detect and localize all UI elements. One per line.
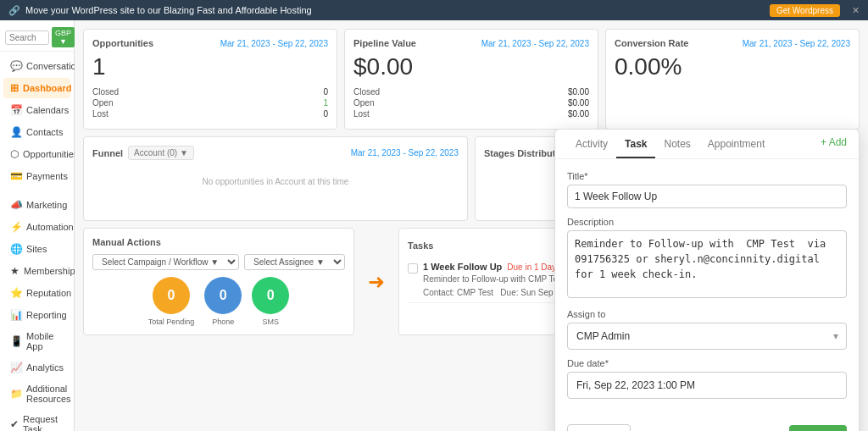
sidebar-label-reputation: Reputation — [26, 288, 71, 298]
opp-closed-label: Closed — [92, 87, 119, 97]
pipeline-date: Mar 21, 2023 - Sep 22, 2023 — [481, 39, 589, 48]
funnel-date: Mar 21, 2023 - Sep 22, 2023 — [351, 148, 459, 157]
funnel-card: Funnel Account (0) ▼ Mar 21, 2023 - Sep … — [83, 136, 468, 221]
tab-appointment[interactable]: Appointment — [699, 130, 773, 158]
sidebar-item-payments[interactable]: 💳 Payments — [3, 166, 70, 186]
description-textarea[interactable]: Reminder to Follow-up with CMP Test via … — [567, 230, 847, 298]
opportunities-icon: ⬡ — [10, 148, 19, 160]
manual-actions-card: Manual Actions Select Campaign / Workflo… — [83, 228, 354, 335]
pipeline-value: $0.00 — [353, 53, 589, 80]
conversion-value: 0.00% — [615, 53, 850, 80]
funnel-account-dropdown[interactable]: Account (0) ▼ — [128, 146, 194, 160]
sidebar-label-additional-resources: Additional Resources — [26, 384, 71, 404]
conversion-date: Mar 21, 2023 - Sep 22, 2023 — [743, 39, 850, 48]
sidebar-item-memberships[interactable]: ★ Memberships — [3, 261, 70, 281]
payments-icon: 💳 — [10, 170, 22, 182]
notification-message: Move your WordPress site to our Blazing … — [25, 5, 312, 15]
conversations-icon: 💬 — [10, 60, 22, 72]
sidebar-item-conversations[interactable]: 💬 Conversations — [3, 56, 70, 76]
close-notification-icon[interactable]: ✕ — [852, 5, 860, 16]
assign-to-select[interactable]: CMP Admin — [567, 323, 847, 350]
task-checkbox[interactable] — [408, 263, 418, 274]
opportunities-title: Opportunities — [92, 38, 153, 48]
task-title: 1 Week Follow Up — [423, 262, 502, 272]
save-button[interactable]: Save — [789, 425, 847, 431]
sidebar-item-dashboard[interactable]: ⊞ Dashboard — [3, 78, 70, 98]
search-area: GBP ▼ — [0, 24, 74, 52]
cancel-button[interactable]: Cancel — [567, 424, 631, 431]
notification-icon: 🔗 — [8, 5, 20, 16]
conversion-title: Conversion Rate — [615, 38, 688, 48]
sidebar-label-reporting: Reporting — [26, 310, 67, 320]
total-pending-circle-wrap: 0 Total Pending — [148, 277, 195, 326]
sites-icon: 🌐 — [10, 243, 22, 255]
opp-closed-val: 0 — [323, 87, 328, 97]
sidebar-item-mobile-app[interactable]: 📱 Mobile App — [3, 327, 70, 356]
sidebar-item-opportunities[interactable]: ⬡ Opportunities — [3, 144, 70, 164]
due-date-field[interactable]: Fri, Sep 22, 2023 1:00 PM — [567, 372, 847, 399]
campaign-workflow-select[interactable]: Select Campaign / Workflow ▼ — [92, 254, 239, 270]
sidebar-label-payments: Payments — [26, 171, 68, 181]
automation-icon: ⚡ — [10, 221, 22, 233]
pipe-lost-val: $0.00 — [568, 109, 589, 119]
task-contact: CMP Test — [457, 288, 493, 297]
task-panel-tabs: Activity Task Notes Appointment + Add — [555, 130, 859, 159]
sidebar-label-sites: Sites — [26, 244, 47, 254]
sidebar-item-marketing[interactable]: 📣 Marketing — [3, 195, 70, 215]
stat-card-conversion: Conversion Rate Mar 21, 2023 - Sep 22, 2… — [605, 29, 860, 130]
sidebar-label-automation: Automation — [26, 222, 74, 232]
sidebar-label-memberships: Memberships — [24, 266, 80, 276]
funnel-no-data: No opportunities in Account at this time — [92, 177, 459, 186]
sidebar-label-opportunities: Opportunities — [23, 149, 78, 159]
opportunities-value: 1 — [92, 53, 328, 80]
content-area: Opportunities Mar 21, 2023 - Sep 22, 202… — [75, 20, 868, 431]
sidebar-item-reporting[interactable]: 📊 Reporting — [3, 305, 70, 325]
opp-open-val: 1 — [323, 98, 328, 108]
sidebar-label-analytics: Analytics — [26, 362, 64, 373]
sidebar-item-analytics[interactable]: 📈 Analytics — [3, 357, 70, 378]
sidebar-item-automation[interactable]: ⚡ Automation — [3, 217, 70, 237]
tab-task[interactable]: Task — [616, 130, 655, 158]
search-input[interactable] — [5, 30, 49, 45]
sidebar-item-request-task[interactable]: ✔ Request Task — [3, 410, 70, 431]
opp-lost-label: Lost — [92, 109, 108, 119]
tasks-title: Tasks — [408, 240, 433, 251]
request-task-icon: ✔ — [10, 418, 19, 430]
analytics-icon: 📈 — [10, 362, 22, 373]
upgrade-button[interactable]: GBP ▼ — [52, 27, 75, 47]
due-date-label: Due date* — [567, 358, 847, 368]
get-wordpress-button[interactable]: Get Wordpress — [770, 4, 840, 17]
stat-card-pipeline: Pipeline Value Mar 21, 2023 - Sep 22, 20… — [344, 29, 598, 130]
pipeline-details: Closed$0.00 Open$0.00 Lost$0.00 — [353, 87, 589, 119]
calendars-icon: 📅 — [10, 104, 22, 116]
phone-circle-wrap: 0 Phone — [204, 277, 242, 326]
add-task-button[interactable]: + Add — [821, 136, 847, 148]
mobile-app-icon: 📱 — [10, 335, 22, 347]
sms-circle-wrap: 0 SMS — [252, 277, 289, 326]
sidebar-item-contacts[interactable]: 👤 Contacts — [3, 122, 70, 142]
pipe-open-val: $0.00 — [568, 98, 589, 108]
notification-bar: 🔗 Move your WordPress site to our Blazin… — [0, 0, 868, 20]
pipe-closed-val: $0.00 — [568, 87, 589, 97]
stats-row: Opportunities Mar 21, 2023 - Sep 22, 202… — [75, 20, 868, 130]
sidebar-item-sites[interactable]: 🌐 Sites — [3, 239, 70, 259]
pipe-open-label: Open — [353, 98, 374, 108]
phone-label: Phone — [212, 318, 234, 326]
sidebar-item-calendars[interactable]: 📅 Calendars — [3, 100, 70, 120]
sidebar-item-reputation[interactable]: ⭐ Reputation — [3, 283, 70, 303]
tab-activity[interactable]: Activity — [567, 130, 616, 158]
sidebar-item-additional-resources[interactable]: 📁 Additional Resources — [3, 379, 70, 408]
assignee-select[interactable]: Select Assignee ▼ — [244, 254, 345, 270]
sidebar-label-mobile-app: Mobile App — [26, 331, 64, 351]
pipeline-title: Pipeline Value — [353, 38, 416, 48]
panel-footer: Cancel Save — [555, 417, 859, 431]
task-panel: Activity Task Notes Appointment + Add Ti… — [554, 129, 860, 431]
tab-notes[interactable]: Notes — [655, 130, 698, 158]
reporting-icon: 📊 — [10, 309, 22, 321]
action-circles: 0 Total Pending 0 Phone 0 SMS — [92, 277, 345, 326]
total-pending-label: Total Pending — [148, 318, 195, 326]
manual-actions-title: Manual Actions — [92, 237, 161, 247]
contacts-icon: 👤 — [10, 126, 22, 138]
title-input[interactable] — [567, 185, 847, 208]
funnel-title: Funnel — [92, 148, 123, 158]
